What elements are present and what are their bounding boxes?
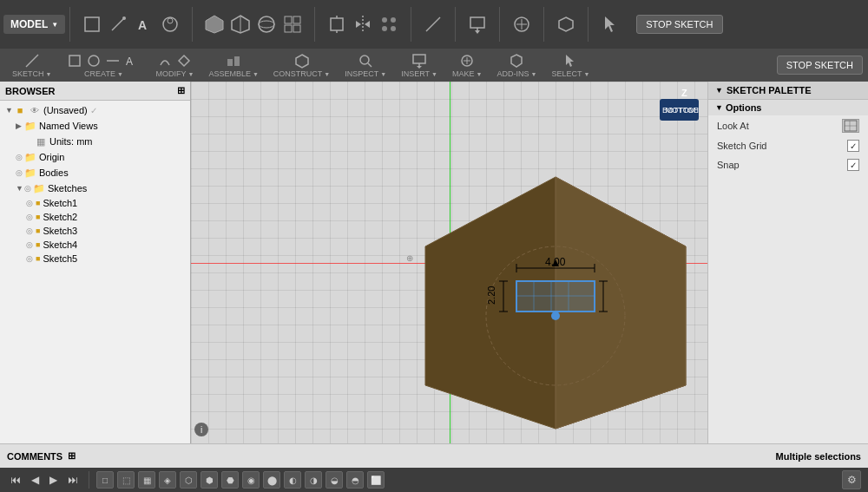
view-cube[interactable]: Z BOTTOM BOTTOM xyxy=(655,86,703,125)
comments-expand-icon[interactable]: ⊞ xyxy=(68,450,76,462)
palette-options-title: ▼ Options xyxy=(708,100,868,115)
line-icons xyxy=(23,52,41,69)
tree-origin[interactable]: ◎ 📁 Origin xyxy=(2,149,188,165)
tree-units[interactable]: ▦ Units: mm xyxy=(2,134,188,149)
status-icon-2[interactable]: ⬚ xyxy=(117,471,135,489)
browser-content: ▼ ■ 👁 (Unsaved) ✓ ▶ 📁 Named Views ▦ Unit… xyxy=(0,101,190,443)
play-prev-btn[interactable]: ◀ xyxy=(28,472,43,488)
status-icon-8[interactable]: ◉ xyxy=(242,471,260,489)
tree-named-views[interactable]: ▶ 📁 Named Views xyxy=(2,118,188,134)
svg-point-53 xyxy=(551,312,560,320)
svg-line-25 xyxy=(426,28,430,31)
select2-icon xyxy=(562,52,579,69)
s3-label: Sketch3 xyxy=(43,226,77,236)
s3-icon: ■ xyxy=(36,226,40,235)
sketch-tool-modify[interactable]: MODIFY ▼ xyxy=(148,50,201,80)
status-icon-12[interactable]: ◒ xyxy=(326,471,343,489)
tree-root[interactable]: ▼ ■ 👁 (Unsaved) ✓ xyxy=(2,102,188,118)
status-icon-3[interactable]: ▦ xyxy=(138,471,155,489)
toolbar-group-sketch-icons[interactable]: A xyxy=(75,10,187,38)
tree-sketch4[interactable]: ◎ ■ Sketch4 xyxy=(2,238,188,252)
3d-wire-icon xyxy=(228,12,253,36)
svg-point-3 xyxy=(163,17,177,31)
sketch-tool-line[interactable]: SKETCH ▼ xyxy=(5,50,58,80)
toolbar-group-make[interactable] xyxy=(504,10,539,38)
3d-icon-row xyxy=(202,12,305,36)
create-icons: A xyxy=(66,52,141,69)
status-separator xyxy=(89,471,89,489)
svg-marker-18 xyxy=(356,21,361,28)
viewport[interactable]: 4.00 2.20 ⊕ Z BOTTOM BOTTOM xyxy=(191,82,707,443)
play-start-btn[interactable]: ⏮ xyxy=(7,472,24,488)
svg-rect-11 xyxy=(293,16,300,23)
tree-bodies[interactable]: ◎ 📁 Bodies xyxy=(2,165,188,180)
svg-point-41 xyxy=(360,56,369,64)
root-label: (Unsaved) xyxy=(43,105,88,115)
sketch-label-assemble: ASSEMBLE ▼ xyxy=(208,69,258,78)
tree-sketch3[interactable]: ◎ ■ Sketch3 xyxy=(2,224,188,238)
toolbar-separator-7 xyxy=(543,7,544,42)
palette-collapse-icon[interactable]: ▼ xyxy=(715,86,723,95)
status-icon-10[interactable]: ◐ xyxy=(284,471,301,489)
toolbar-group-addin[interactable] xyxy=(549,10,583,38)
create-icon-2 xyxy=(85,52,102,69)
status-icon-1[interactable]: □ xyxy=(96,471,114,489)
palette-title: SKETCH PALETTE xyxy=(727,85,812,95)
toolbar-group-3d[interactable] xyxy=(197,10,310,38)
settings-gear-icon[interactable]: ⚙ xyxy=(842,470,861,489)
sketch-tool-make[interactable]: MAKE ▼ xyxy=(445,50,489,80)
toolbar-group-insert[interactable] xyxy=(460,10,495,38)
browser-panel: BROWSER ⊞ ▼ ■ 👁 (Unsaved) ✓ ▶ 📁 Named Vi… xyxy=(0,82,191,443)
main-area: BROWSER ⊞ ▼ ■ 👁 (Unsaved) ✓ ▶ 📁 Named Vi… xyxy=(0,82,868,443)
info-icon[interactable]: i xyxy=(194,423,208,436)
play-end-btn[interactable]: ⏭ xyxy=(64,472,82,488)
status-icon-6[interactable]: ⬢ xyxy=(201,471,218,489)
sketch-tool-insert[interactable]: INSERT ▼ xyxy=(394,50,444,80)
sketch-grid-row: Sketch Grid ✓ xyxy=(708,136,868,155)
stop-sketch-button[interactable]: STOP SKETCH xyxy=(636,15,722,34)
browser-expand-icon[interactable]: ⊞ xyxy=(177,85,185,96)
look-at-icon-btn[interactable] xyxy=(842,119,859,133)
view-cube-svg[interactable]: Z BOTTOM BOTTOM xyxy=(655,86,703,125)
tree-sketch5[interactable]: ◎ ■ Sketch5 xyxy=(2,252,188,266)
status-icon-13[interactable]: ◓ xyxy=(346,471,364,489)
stop-sketch-button-2[interactable]: STOP SKETCH xyxy=(777,56,863,75)
sketch-tool-assemble[interactable]: ASSEMBLE ▼ xyxy=(201,50,265,80)
status-icon-11[interactable]: ◑ xyxy=(305,471,322,489)
sketch-label-make: MAKE ▼ xyxy=(452,69,482,78)
svg-text:Z: Z xyxy=(681,88,687,98)
tree-sketch1[interactable]: ◎ ■ Sketch1 xyxy=(2,196,188,210)
make-icon xyxy=(510,12,534,36)
origin-label: Origin xyxy=(39,152,64,162)
play-next-btn[interactable]: ▶ xyxy=(46,472,61,488)
svg-marker-5 xyxy=(206,16,223,33)
sketch-tool-select[interactable]: SELECT ▼ xyxy=(544,50,596,80)
toolbar-separator-3 xyxy=(314,7,315,42)
svg-rect-43 xyxy=(413,55,425,63)
sketch-tool-inspect[interactable]: INSPECT ▼ xyxy=(338,50,393,80)
toolbar-group-measure[interactable] xyxy=(416,10,450,38)
sketch-grid-checkbox[interactable]: ✓ xyxy=(847,140,859,152)
status-icon-7[interactable]: ⬣ xyxy=(221,471,239,489)
status-icon-14[interactable]: ⬜ xyxy=(367,471,385,489)
s1-label: Sketch1 xyxy=(43,198,77,208)
status-icon-9[interactable]: ⬤ xyxy=(263,471,280,489)
measure-icon xyxy=(421,12,445,36)
pattern-icon xyxy=(377,12,401,36)
snap-checkbox[interactable]: ✓ xyxy=(847,159,859,171)
toolbar-separator-5 xyxy=(455,7,456,42)
sketch-label-construct: CONSTRUCT ▼ xyxy=(273,69,330,78)
toolbar-group-misc[interactable] xyxy=(319,10,406,38)
sketch-tool-create[interactable]: A CREATE ▼ xyxy=(59,50,148,80)
status-icon-4[interactable]: ◈ xyxy=(159,471,176,489)
status-icon-5[interactable]: ⬡ xyxy=(180,471,197,489)
sketch-icon-2 xyxy=(106,12,130,36)
model-button[interactable]: MODEL ▼ xyxy=(3,15,65,34)
addins2-icon xyxy=(508,52,525,69)
sketch-tool-construct[interactable]: CONSTRUCT ▼ xyxy=(266,50,337,80)
svg-rect-0 xyxy=(85,17,99,31)
sketch-tool-addins[interactable]: ADD-INS ▼ xyxy=(490,50,543,80)
toolbar-group-select[interactable] xyxy=(593,10,628,38)
tree-sketch2[interactable]: ◎ ■ Sketch2 xyxy=(2,210,188,224)
tree-sketches[interactable]: ▼ ◎ 📁 Sketches xyxy=(2,180,188,196)
